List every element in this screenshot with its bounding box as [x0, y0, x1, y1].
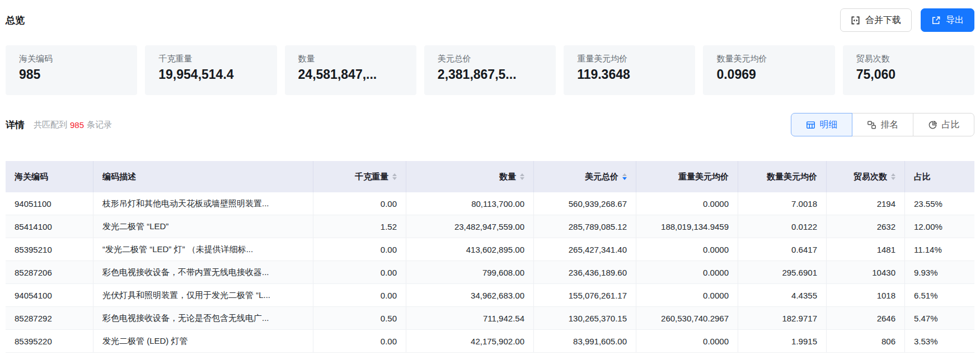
cell-usd-avg-by-qty: 182.9717 [738, 307, 827, 329]
cell-usd-avg-by-qty: 7.0018 [738, 192, 827, 215]
table-row: 85414100 发光二极管 “LED” 1.52 23,482,947,559… [6, 215, 974, 238]
cell-description: 枝形吊灯和其他电动天花板或墙壁照明装置... [93, 192, 313, 215]
col-header-usd-avg-by-weight: 重量美元均价 [636, 161, 738, 192]
cell-usd-total: 155,076,261.17 [534, 284, 636, 306]
table-row-clipped [6, 353, 974, 355]
cell-usd-avg-by-weight: 0.0000 [636, 192, 738, 215]
cell-quantity: 34,962,683.00 [406, 284, 534, 306]
pie-icon [928, 120, 937, 130]
cell-usd-avg-by-weight: 0.0000 [636, 284, 738, 306]
cell-usd-avg-by-weight: 188,019,134.9459 [636, 215, 738, 238]
cell-hs-code: 94051100 [6, 192, 93, 215]
view-switch: 明细 排名 占比 [791, 113, 974, 136]
summary-card-value: 19,954,514.4 [158, 67, 271, 82]
summary-card-value: 119.3648 [577, 67, 690, 82]
sort-icon-active-desc [622, 173, 627, 180]
tab-ranking[interactable]: 排名 [852, 113, 913, 136]
cell-trade-count: 10430 [827, 261, 905, 283]
detail-bar: 详情 共匹配到 985 条记录 明细 [6, 113, 974, 136]
cell-hs-code: 85414100 [6, 215, 93, 238]
cell-trade-count: 2646 [827, 307, 905, 329]
cell-share: 3.53% [905, 330, 974, 352]
cell-trade-count: 2194 [827, 192, 905, 215]
cell-share: 9.93% [905, 261, 974, 283]
cell-trade-count: 806 [827, 330, 905, 352]
summary-card-label: 千克重量 [158, 54, 271, 64]
cell-description: “发光二极管 “LED” 灯” （未提供详细标... [93, 238, 313, 261]
merge-download-label: 合并下载 [865, 15, 901, 26]
table-header: 海关编码 编码描述 千克重量 数量 美元总价 重量美元均价 数量美元均价 贸易次… [6, 161, 974, 192]
cell-usd-total: 236,436,189.60 [534, 261, 636, 283]
page: 总览 合并下载 导出 [0, 8, 980, 355]
table-body: 94051100 枝形吊灯和其他电动天花板或墙壁照明装置... 0.00 80,… [6, 192, 974, 353]
table-row: 85287206 彩色电视接收设备，不带内置无线电接收器... 0.00 799… [6, 261, 974, 284]
summary-cards: 海关编码 985 千克重量 19,954,514.4 数量 24,581,847… [6, 45, 974, 95]
sort-icon [891, 173, 895, 180]
cell-usd-total: 130,265,370.15 [534, 307, 636, 329]
cell-description: 发光二极管 “LED” [93, 215, 313, 238]
cell-hs-code: 85287292 [6, 307, 93, 329]
cell-description: 光伏灯具和照明装置，仅用于发光二极管 “L... [93, 284, 313, 306]
summary-card-label: 贸易次数 [856, 54, 969, 64]
summary-card-label: 重量美元均价 [577, 54, 690, 64]
table-row: 94054100 光伏灯具和照明装置，仅用于发光二极管 “L... 0.00 3… [6, 284, 974, 307]
cell-usd-total: 560,939,268.67 [534, 192, 636, 215]
summary-card: 美元总价 2,381,867,5... [424, 45, 556, 95]
table-row: 94051100 枝形吊灯和其他电动天花板或墙壁照明装置... 0.00 80,… [6, 192, 974, 215]
cell-description: 彩色电视接收设备，无论是否包含无线电广... [93, 307, 313, 329]
summary-card: 贸易次数 75,060 [843, 45, 974, 95]
col-header-quantity[interactable]: 数量 [406, 161, 534, 192]
summary-card-value: 985 [19, 67, 132, 82]
cell-description: 彩色电视接收设备，不带内置无线电接收器... [93, 261, 313, 283]
cell-usd-avg-by-weight: 0.0000 [636, 261, 738, 283]
cell-quantity: 23,482,947,559.00 [406, 215, 534, 238]
cell-share: 12.00% [905, 215, 974, 238]
tab-proportion-label: 占比 [942, 119, 960, 131]
export-button[interactable]: 导出 [921, 8, 974, 32]
cell-quantity: 711,942.54 [406, 307, 534, 329]
sort-icon [520, 173, 524, 180]
merge-cells-icon [851, 16, 860, 25]
cell-usd-avg-by-weight: 260,530,740.2967 [636, 307, 738, 329]
cell-share: 6.51% [905, 284, 974, 306]
summary-card-label: 海关编码 [19, 54, 132, 64]
cell-kg-weight: 0.00 [313, 192, 406, 215]
record-count: 985 [70, 120, 84, 130]
cell-trade-count: 2632 [827, 215, 905, 238]
tab-detail[interactable]: 明细 [791, 113, 852, 136]
cell-trade-count: 1018 [827, 284, 905, 306]
col-header-usd-avg-by-qty: 数量美元均价 [738, 161, 827, 192]
summary-card-value: 75,060 [856, 67, 969, 82]
col-header-description: 编码描述 [93, 161, 313, 192]
table-row: 85395220 发光二极管 (LED) 灯管 0.00 42,175,902.… [6, 330, 974, 353]
match-suffix: 条记录 [87, 120, 112, 130]
col-header-usd-total[interactable]: 美元总价 [534, 161, 636, 192]
cell-share: 11.14% [905, 238, 974, 261]
sort-icon [392, 173, 397, 180]
summary-card-label: 数量 [298, 54, 411, 64]
cell-usd-avg-by-qty: 1.9915 [738, 330, 827, 352]
table-row: 85287292 彩色电视接收设备，无论是否包含无线电广... 0.50 711… [6, 307, 974, 330]
cell-usd-total: 265,427,341.40 [534, 238, 636, 261]
tab-detail-label: 明细 [820, 119, 838, 131]
table-row: 85395210 “发光二极管 “LED” 灯” （未提供详细标... 0.00… [6, 238, 974, 261]
col-header-share: 占比 [905, 161, 974, 192]
summary-card: 数量美元均价 0.0969 [703, 45, 834, 95]
tab-ranking-label: 排名 [881, 119, 899, 131]
cell-quantity: 42,175,902.00 [406, 330, 534, 352]
col-header-trade-count[interactable]: 贸易次数 [827, 161, 905, 192]
cell-usd-avg-by-qty: 0.0122 [738, 215, 827, 238]
merge-download-button[interactable]: 合并下载 [840, 8, 912, 32]
col-header-kg-weight[interactable]: 千克重量 [313, 161, 406, 192]
col-header-hs-code: 海关编码 [6, 161, 93, 192]
cell-quantity: 80,113,700.00 [406, 192, 534, 215]
cell-share: 5.47% [905, 307, 974, 329]
cell-hs-code: 85287206 [6, 261, 93, 283]
summary-card-value: 2,381,867,5... [438, 67, 550, 82]
tab-proportion[interactable]: 占比 [913, 113, 974, 136]
cell-kg-weight: 0.00 [313, 330, 406, 352]
cell-usd-avg-by-qty: 4.4355 [738, 284, 827, 306]
match-prefix: 共匹配到 [34, 120, 67, 130]
cell-usd-avg-by-qty: 295.6901 [738, 261, 827, 283]
cell-hs-code: 85395210 [6, 238, 93, 261]
